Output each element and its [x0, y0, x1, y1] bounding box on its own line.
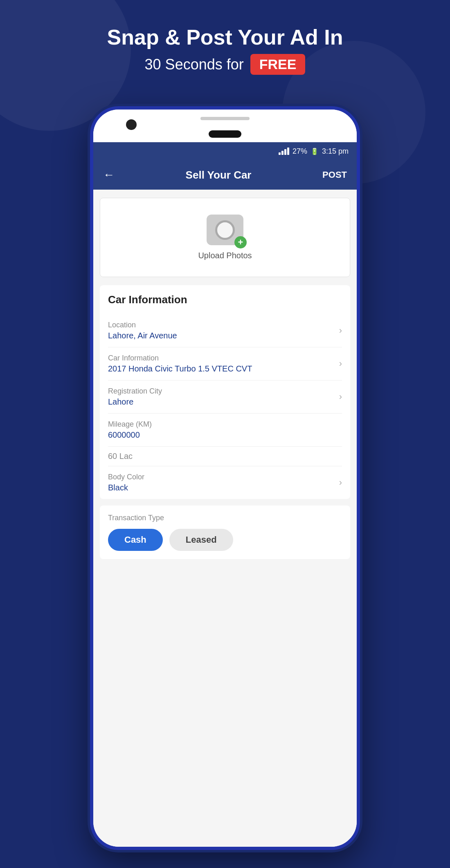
car-model-row[interactable]: Car Information 2017 Honda Civic Turbo 1… — [108, 347, 342, 380]
mileage-left: Mileage (KM) 6000000 — [108, 420, 342, 440]
transaction-section: Transaction Type Cash Leased — [100, 506, 350, 559]
front-camera — [126, 119, 137, 130]
car-model-label: Car Information — [108, 354, 339, 362]
phone-pill — [209, 130, 241, 138]
car-model-value: 2017 Honda Civic Turbo 1.5 VTEC CVT — [108, 364, 339, 374]
free-badge: FREE — [250, 54, 306, 75]
leased-button[interactable]: Leased — [169, 529, 233, 551]
transaction-type-label: Transaction Type — [108, 514, 342, 522]
battery-percent: 27% — [292, 147, 307, 156]
location-left: Location Lahore, Air Avenue — [108, 321, 339, 340]
header-title-line1: Snap & Post Your Ad In — [0, 25, 450, 50]
camera-icon-wrap: + — [207, 215, 243, 245]
phone-notch — [93, 110, 357, 142]
status-bar: 27% 🔋 3:15 pm — [93, 142, 357, 160]
location-label: Location — [108, 321, 339, 329]
header-title-line2-prefix: 30 Seconds for — [145, 56, 244, 73]
upload-photos-label: Upload Photos — [198, 251, 252, 260]
battery-icon: 🔋 — [310, 148, 319, 155]
cash-button[interactable]: Cash — [108, 529, 163, 551]
volume-down-button — [90, 277, 92, 310]
navbar: ← Sell Your Car POST — [93, 160, 357, 190]
body-color-row[interactable]: Body Color Black › — [108, 466, 342, 499]
add-photo-icon: + — [234, 236, 247, 248]
body-color-chevron-icon: › — [339, 477, 342, 488]
post-button[interactable]: POST — [322, 170, 347, 180]
location-value: Lahore, Air Avenue — [108, 331, 339, 340]
car-info-section: Car Information Location Lahore, Air Ave… — [100, 285, 350, 499]
page-title: Sell Your Car — [186, 169, 252, 181]
clock: 3:15 pm — [322, 147, 349, 156]
price-row: 60 Lac — [108, 447, 342, 466]
car-model-chevron-icon: › — [339, 358, 342, 369]
header-subtitle: 30 Seconds for FREE — [0, 54, 450, 75]
reg-city-row[interactable]: Registration City Lahore › — [108, 380, 342, 414]
location-chevron-icon: › — [339, 325, 342, 336]
volume-up-button — [90, 232, 92, 265]
car-info-section-title: Car Information — [108, 293, 342, 306]
location-row[interactable]: Location Lahore, Air Avenue › — [108, 314, 342, 347]
reg-city-left: Registration City Lahore — [108, 387, 339, 407]
body-color-left: Body Color Black — [108, 473, 339, 492]
mileage-row[interactable]: Mileage (KM) 6000000 — [108, 414, 342, 447]
price-value: 60 Lac — [108, 452, 342, 461]
header-section: Snap & Post Your Ad In 30 Seconds for FR… — [0, 25, 450, 75]
reg-city-chevron-icon: › — [339, 391, 342, 402]
mileage-label: Mileage (KM) — [108, 420, 342, 429]
phone-content: + Upload Photos Car Information Location… — [93, 190, 357, 847]
reg-city-label: Registration City — [108, 387, 339, 396]
mileage-value: 6000000 — [108, 430, 342, 440]
car-model-left: Car Information 2017 Honda Civic Turbo 1… — [108, 354, 339, 374]
speaker-grille — [200, 117, 250, 120]
body-color-label: Body Color — [108, 473, 339, 481]
transaction-btn-group: Cash Leased — [108, 529, 342, 551]
signal-icon — [279, 148, 289, 155]
reg-city-value: Lahore — [108, 397, 339, 407]
power-button — [358, 240, 360, 265]
body-color-value: Black — [108, 483, 339, 492]
back-button[interactable]: ← — [103, 168, 115, 181]
phone-shell: 27% 🔋 3:15 pm ← Sell Your Car POST + Upl… — [90, 106, 360, 850]
upload-section[interactable]: + Upload Photos — [100, 198, 350, 277]
mute-button — [90, 199, 92, 220]
